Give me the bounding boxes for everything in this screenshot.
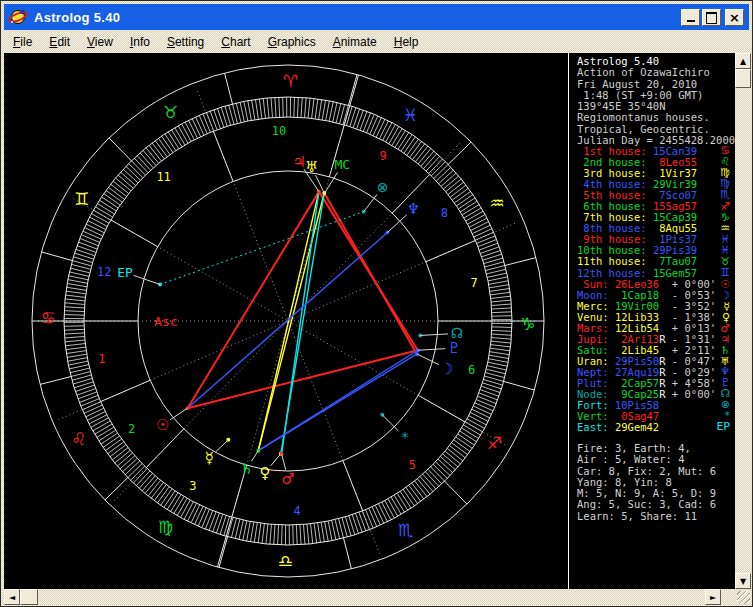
- degree-tick: [394, 495, 404, 512]
- degree-tick: [353, 109, 359, 128]
- arrow-left-icon: ◄: [9, 593, 15, 602]
- degree-tick: [294, 97, 295, 117]
- panel-separator: [568, 53, 569, 589]
- degree-tick: [490, 348, 510, 351]
- menu-item-view[interactable]: View: [87, 35, 113, 49]
- scroll-right-button[interactable]: ►: [705, 589, 721, 605]
- degree-tick: [65, 344, 85, 346]
- menu-item-help[interactable]: Help: [394, 35, 419, 49]
- scroll-down-button[interactable]: ▼: [735, 573, 751, 589]
- sign-boundary-line: [448, 142, 471, 164]
- degree-tick: [328, 521, 332, 541]
- degree-tick: [216, 514, 222, 533]
- degree-tick: [97, 203, 114, 213]
- degree-tick: [460, 201, 477, 212]
- window: Astrolog 5.40 × FileEditViewInfoSettingC…: [0, 0, 753, 607]
- house-number-2: 2: [128, 422, 135, 436]
- degree-tick: [244, 101, 248, 121]
- degree-tick: [486, 269, 505, 274]
- title-bar-buttons: ×: [681, 9, 744, 26]
- menu-item-chart[interactable]: Chart: [221, 35, 250, 49]
- degree-tick: [490, 288, 510, 291]
- menu-item-setting[interactable]: Setting: [167, 35, 204, 49]
- degree-tick: [460, 431, 477, 442]
- degree-tick: [489, 355, 509, 358]
- degree-tick: [275, 97, 276, 117]
- resize-grip[interactable]: [721, 589, 751, 605]
- degree-tick: [243, 521, 247, 541]
- degree-tick: [80, 238, 99, 245]
- degree-tick: [65, 303, 85, 305]
- degree-tick: [391, 497, 401, 514]
- degree-tick: [102, 197, 119, 208]
- house-number-7: 7: [470, 276, 477, 290]
- title-bar: Astrolog 5.40 ×: [4, 4, 749, 30]
- degree-tick: [83, 231, 101, 239]
- degree-tick: [301, 97, 302, 117]
- degree-tick: [263, 98, 265, 118]
- moon-pointer-line: [417, 354, 439, 365]
- planet-row: Satu: 2Lib45 + 2°11'♄: [577, 345, 730, 356]
- horizontal-scroll-thumb[interactable]: [20, 589, 38, 605]
- sign-boundary-line: [344, 538, 352, 569]
- degree-tick: [389, 126, 399, 143]
- menu-item-file[interactable]: File: [13, 35, 32, 49]
- east-point-glyph: EP: [117, 265, 133, 280]
- degree-tick: [312, 99, 314, 119]
- degree-tick: [164, 491, 175, 508]
- degree-tick: [191, 505, 200, 523]
- degree-tick: [240, 102, 244, 122]
- degree-tick: [67, 283, 87, 286]
- sign-boundary-line: [348, 74, 357, 105]
- house-number-3: 3: [189, 479, 196, 493]
- house-number-6: 6: [468, 363, 475, 377]
- window-title: Astrolog 5.40: [34, 10, 120, 25]
- degree-tick: [206, 112, 213, 131]
- degree-tick: [488, 362, 508, 366]
- menu-item-edit[interactable]: Edit: [49, 35, 70, 49]
- vertical-scroll-thumb[interactable]: [735, 69, 751, 88]
- degree-tick: [326, 101, 330, 121]
- aspect-line: [188, 192, 319, 409]
- degree-tick: [311, 524, 313, 544]
- degree-tick: [64, 329, 84, 330]
- degree-tick: [247, 521, 251, 541]
- degree-tick: [101, 433, 118, 444]
- degree-tick: [462, 204, 479, 214]
- summary-line: Air : 5, Water: 4: [577, 454, 733, 465]
- menu-item-animate[interactable]: Animate: [333, 35, 377, 49]
- horizontal-scrollbar[interactable]: ◄ ►: [4, 589, 721, 605]
- vertex-pointer-line: [382, 415, 398, 431]
- degree-tick: [307, 524, 309, 544]
- scroll-up-button[interactable]: ▲: [735, 53, 751, 69]
- degree-tick: [376, 119, 385, 137]
- menu-item-info[interactable]: Info: [130, 35, 150, 49]
- degree-tick: [308, 98, 310, 118]
- arrow-right-icon: ►: [710, 593, 716, 602]
- degree-tick: [336, 103, 341, 122]
- degree-tick: [168, 132, 179, 149]
- menu-item-graphics[interactable]: Graphics: [268, 35, 316, 49]
- degree-tick: [491, 300, 511, 302]
- header-line: Action of OzawaIchiro: [577, 67, 733, 78]
- venus-pointer-line: [271, 454, 281, 466]
- degree-tick: [282, 525, 283, 545]
- degree-tick: [395, 130, 405, 147]
- degree-tick: [69, 272, 89, 276]
- degree-tick: [274, 525, 275, 545]
- node-pointer-line: [420, 334, 448, 335]
- vertical-scrollbar[interactable]: ▲ ▼: [735, 53, 751, 589]
- maximize-button[interactable]: [702, 9, 721, 26]
- degree-tick: [472, 225, 490, 234]
- scroll-left-button[interactable]: ◄: [4, 589, 20, 605]
- degree-tick: [492, 334, 512, 335]
- house-row: 2nd house: 8Leo55♌: [577, 156, 730, 167]
- close-icon: ×: [729, 11, 740, 24]
- close-button[interactable]: ×: [725, 9, 744, 26]
- degree-tick: [464, 208, 481, 218]
- degree-tick: [82, 402, 100, 410]
- minimize-button[interactable]: [681, 9, 700, 26]
- degree-tick: [64, 333, 84, 334]
- degree-tick: [66, 291, 86, 294]
- degree-tick: [70, 268, 89, 273]
